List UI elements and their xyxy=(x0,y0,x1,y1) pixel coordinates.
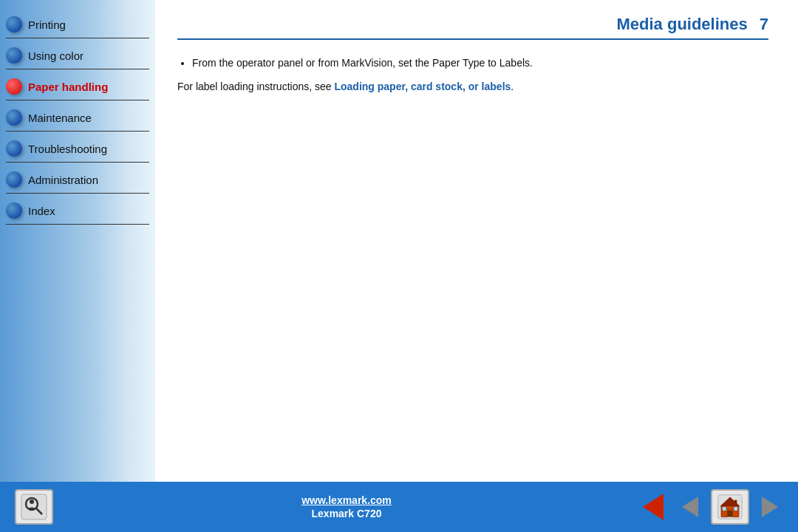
sidebar-dot-using-color xyxy=(6,47,22,64)
back-arrow-icon xyxy=(643,494,664,520)
prev-button[interactable] xyxy=(674,491,706,523)
footer-subtitle: Lexmark C720 xyxy=(56,508,637,519)
sidebar-dot-index xyxy=(6,202,22,219)
sidebar-dot-administration xyxy=(6,171,22,188)
page-number: 7 xyxy=(760,15,768,34)
sidebar-dot-paper-handling xyxy=(6,78,22,95)
sidebar-underline-index xyxy=(6,224,149,225)
next-arrow-icon xyxy=(762,497,778,517)
sidebar-dot-printing xyxy=(6,16,22,33)
content-list: From the operator panel or from MarkVisi… xyxy=(192,55,768,71)
content-area: Media guidelines 7 From the operator pan… xyxy=(155,0,798,482)
search-button[interactable] xyxy=(15,489,53,525)
svg-point-3 xyxy=(30,499,34,504)
svg-rect-7 xyxy=(728,511,733,517)
footer-website-link[interactable]: www.lexmark.com xyxy=(56,494,637,506)
para1-link[interactable]: Loading paper, card stock, or labels xyxy=(334,81,511,92)
search-icon xyxy=(20,493,48,521)
back-button[interactable] xyxy=(637,491,669,523)
content-title: Media guidelines xyxy=(616,15,747,34)
sidebar-dot-maintenance xyxy=(6,109,22,126)
footer: www.lexmark.com Lexmark C720 xyxy=(0,482,798,532)
sidebar-item-maintenance[interactable]: Maintenance xyxy=(0,100,155,132)
sidebar-item-troubleshooting[interactable]: Troubleshooting xyxy=(0,132,155,163)
sidebar-item-paper-handling[interactable]: Paper handling xyxy=(0,69,155,100)
content-bullet-1: From the operator panel or from MarkVisi… xyxy=(192,55,768,71)
prev-arrow-icon xyxy=(682,497,698,517)
home-icon xyxy=(717,494,743,519)
para1-prefix: For label loading instructions, see xyxy=(177,81,334,92)
next-button[interactable] xyxy=(754,491,786,523)
sidebar-label-paper-handling: Paper handling xyxy=(28,81,108,93)
sidebar-item-index[interactable]: Index xyxy=(0,194,155,225)
sidebar: Printing Using color Paper handling Main… xyxy=(0,0,155,482)
content-body: From the operator panel or from MarkVisi… xyxy=(177,55,768,95)
sidebar-label-printing: Printing xyxy=(28,18,66,31)
sidebar-item-using-color[interactable]: Using color xyxy=(0,38,155,69)
sidebar-label-index: Index xyxy=(28,205,55,217)
sidebar-item-printing[interactable]: Printing xyxy=(0,7,155,38)
sidebar-label-using-color: Using color xyxy=(28,50,83,62)
svg-rect-9 xyxy=(734,507,737,511)
home-button[interactable] xyxy=(711,489,749,525)
sidebar-item-administration[interactable]: Administration xyxy=(0,163,155,194)
content-header: Media guidelines 7 xyxy=(177,15,768,40)
para1-suffix: . xyxy=(511,81,514,92)
svg-rect-10 xyxy=(734,500,737,504)
sidebar-label-troubleshooting: Troubleshooting xyxy=(28,143,107,155)
sidebar-dot-troubleshooting xyxy=(6,140,22,157)
footer-right xyxy=(637,489,786,525)
svg-rect-8 xyxy=(723,507,726,511)
footer-left xyxy=(12,489,56,525)
content-para-1: For label loading instructions, see Load… xyxy=(177,78,768,95)
sidebar-label-administration: Administration xyxy=(28,174,98,186)
sidebar-label-maintenance: Maintenance xyxy=(28,112,92,124)
footer-center: www.lexmark.com Lexmark C720 xyxy=(56,494,637,519)
